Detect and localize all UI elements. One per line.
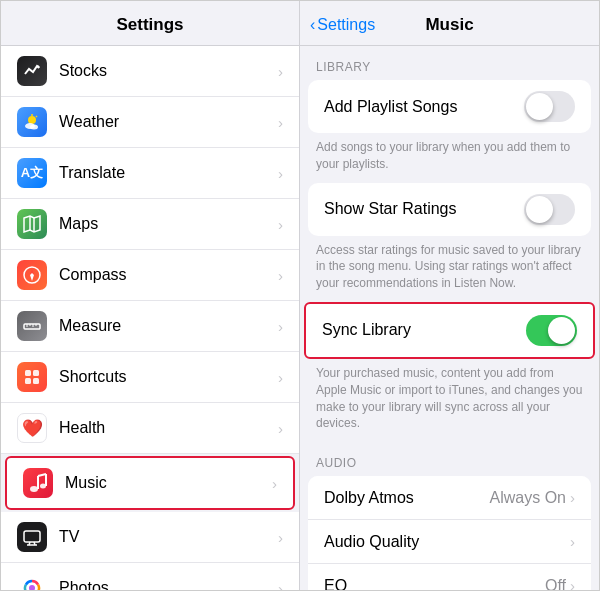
maps-label: Maps [59,215,278,233]
dolby-atmos-value: Always On [490,489,566,507]
show-star-ratings-label: Show Star Ratings [324,200,524,218]
right-panel: ‹ Settings Music LIBRARYAdd Playlist Son… [300,1,599,590]
translate-label: Translate [59,164,278,182]
sync-library-description: Your purchased music, content you add fr… [300,359,599,442]
health-chevron-icon: › [278,420,283,437]
weather-icon [17,107,47,137]
svg-rect-25 [24,531,40,542]
photos-label: Photos [59,579,278,590]
sidebar-item-compass[interactable]: Compass› [1,250,299,301]
sync-library-toggle-knob [548,317,575,344]
audio-group: Dolby AtmosAlways On›Audio Quality›EQOff… [308,476,591,590]
show-star-ratings-description: Access star ratings for music saved to y… [300,236,599,302]
add-playlist-songs-toggle-knob [526,93,553,120]
show-star-ratings-toggle-knob [526,196,553,223]
sidebar-item-translate[interactable]: A文Translate› [1,148,299,199]
translate-chevron-icon: › [278,165,283,182]
compass-label: Compass [59,266,278,284]
maps-icon [17,209,47,239]
svg-marker-5 [24,216,40,232]
music-icon [23,468,53,498]
sync-library-label: Sync Library [322,321,526,339]
shortcuts-chevron-icon: › [278,369,283,386]
shortcuts-icon [17,362,47,392]
measure-icon [17,311,47,341]
svg-rect-16 [25,370,31,376]
add-playlist-songs-description: Add songs to your library when you add t… [300,133,599,183]
health-icon: ❤️ [17,413,47,443]
section-header-1: AUDIO [300,442,599,476]
dolby-atmos-chevron-icon: › [570,489,575,506]
dolby-atmos-label: Dolby Atmos [324,489,490,507]
right-panel-title: Music [425,15,473,35]
settings-list: Stocks›Weather›A文Translate›Maps›Compass›… [1,46,299,590]
right-header: ‹ Settings Music [300,1,599,46]
audio-quality-label: Audio Quality [324,533,570,551]
svg-point-0 [28,116,36,124]
music-chevron-icon: › [272,475,277,492]
add-playlist-songs-label: Add Playlist Songs [324,98,524,116]
eq-value: Off [545,577,566,590]
sidebar-item-stocks[interactable]: Stocks› [1,46,299,97]
audio-quality-row[interactable]: Audio Quality› [308,520,591,564]
weather-chevron-icon: › [278,114,283,131]
svg-line-23 [38,474,46,476]
stocks-icon [17,56,47,86]
sidebar-item-weather[interactable]: Weather› [1,97,299,148]
svg-point-20 [30,486,38,492]
back-label: Settings [317,16,375,34]
tv-chevron-icon: › [278,529,283,546]
back-chevron-icon: ‹ [310,16,315,34]
photos-icon [17,573,47,590]
compass-icon [17,260,47,290]
translate-icon: A文 [17,158,47,188]
sidebar-item-shortcuts[interactable]: Shortcuts› [1,352,299,403]
svg-point-29 [29,585,35,590]
add-playlist-songs-toggle[interactable] [524,91,575,122]
sidebar-item-measure[interactable]: Measure› [1,301,299,352]
tv-label: TV [59,528,278,546]
sidebar-item-music[interactable]: Music› [5,456,295,510]
sync-library-row: Sync Library [304,302,595,359]
photos-chevron-icon: › [278,580,283,591]
svg-rect-19 [33,378,39,384]
svg-rect-11 [24,324,40,329]
measure-chevron-icon: › [278,318,283,335]
eq-label: EQ [324,577,545,590]
audio-quality-chevron-icon: › [570,533,575,550]
tv-icon [17,522,47,552]
show-star-ratings-row: Show Star Ratings [308,183,591,236]
stocks-label: Stocks [59,62,278,80]
sidebar-item-photos[interactable]: Photos› [1,563,299,590]
sidebar-item-tv[interactable]: TV› [1,512,299,563]
sidebar-item-maps[interactable]: Maps› [1,199,299,250]
sync-library-toggle[interactable] [526,315,577,346]
compass-chevron-icon: › [278,267,283,284]
measure-label: Measure [59,317,278,335]
svg-rect-17 [33,370,39,376]
music-label: Music [65,474,272,492]
right-content: LIBRARYAdd Playlist SongsAdd songs to yo… [300,46,599,590]
left-panel: Settings Stocks›Weather›A文Translate›Maps… [1,1,300,590]
svg-point-4 [30,125,38,130]
stocks-chevron-icon: › [278,63,283,80]
section-header-0: LIBRARY [300,46,599,80]
add-playlist-songs-row: Add Playlist Songs [308,80,591,133]
svg-line-2 [36,116,37,117]
maps-chevron-icon: › [278,216,283,233]
eq-row[interactable]: EQOff› [308,564,591,590]
svg-rect-18 [25,378,31,384]
sidebar-item-health[interactable]: ❤️Health› [1,403,299,454]
shortcuts-label: Shortcuts [59,368,278,386]
dolby-atmos-row[interactable]: Dolby AtmosAlways On› [308,476,591,520]
back-button[interactable]: ‹ Settings [310,16,375,34]
eq-chevron-icon: › [570,577,575,590]
health-label: Health [59,419,278,437]
show-star-ratings-toggle[interactable] [524,194,575,225]
left-panel-title: Settings [1,1,299,46]
weather-label: Weather [59,113,278,131]
